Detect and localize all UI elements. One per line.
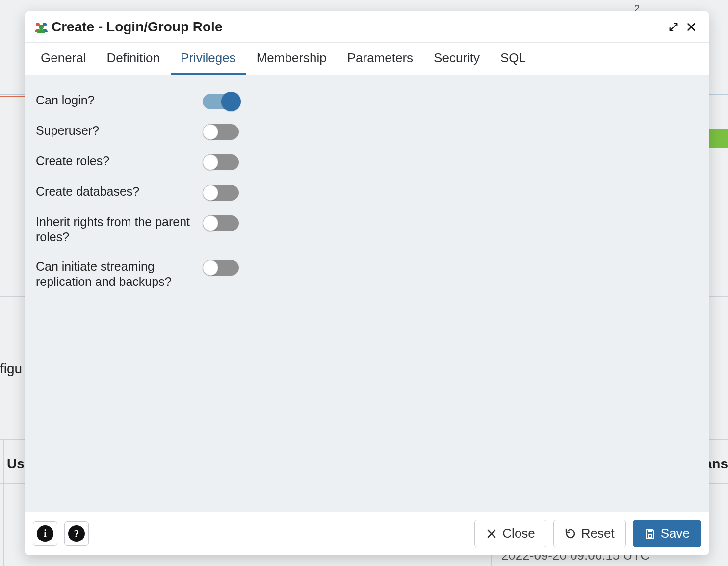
help-button[interactable]: ? [64, 521, 89, 546]
bg-col-users: Us [7, 456, 25, 472]
dialog-title-text: Create - Login/Group Role [52, 19, 222, 35]
privilege-row-create-roles: Create roles? [36, 147, 698, 177]
group-role-icon [34, 21, 49, 33]
privilege-row-superuser: Superuser? [36, 116, 698, 147]
close-x-icon [486, 528, 497, 540]
privilege-row-create-databases: Create databases? [36, 177, 698, 207]
privilege-row-inherit-rights: Inherit rights from the parent roles? [36, 207, 698, 252]
toggle-knob [221, 92, 241, 111]
save-icon [644, 528, 656, 540]
toggle-knob [203, 185, 218, 201]
tab-security[interactable]: Security [424, 43, 490, 75]
create-login-group-role-dialog: Create - Login/Group Role GeneralDefinit… [25, 11, 709, 555]
tab-definition[interactable]: Definition [97, 43, 170, 75]
privilege-row-streaming-replication: Can initiate streaming replication and b… [36, 252, 698, 297]
svg-point-2 [39, 25, 44, 29]
tab-label: SQL [500, 51, 526, 65]
info-icon: i [37, 525, 53, 542]
tab-label: Definition [107, 51, 160, 65]
close-dialog-button[interactable] [682, 18, 700, 36]
svg-rect-3 [648, 529, 652, 532]
privilege-row-can-login: Can login? [36, 86, 698, 116]
tab-parameters[interactable]: Parameters [338, 43, 423, 75]
expand-icon [668, 22, 679, 32]
tab-membership[interactable]: Membership [247, 43, 337, 75]
tab-privileges[interactable]: Privileges [171, 43, 246, 75]
save-button[interactable]: Save [633, 520, 701, 547]
info-button[interactable]: i [33, 521, 57, 546]
privilege-label: Create databases? [36, 184, 203, 199]
privilege-label: Can initiate streaming replication and b… [36, 259, 203, 290]
reset-button-label: Reset [581, 526, 615, 541]
toggle-knob [203, 215, 218, 231]
toggle-knob [203, 124, 218, 140]
dialog-footer: i ? Close Reset Save [25, 512, 709, 555]
dialog-title: Create - Login/Group Role [34, 19, 222, 35]
privilege-label: Create roles? [36, 154, 203, 169]
toggle-streaming-replication[interactable] [203, 260, 239, 276]
bg-config-text: figu [0, 361, 22, 377]
reset-button[interactable]: Reset [553, 520, 626, 547]
toggle-create-databases[interactable] [203, 185, 239, 201]
toggle-knob [203, 260, 218, 276]
dialog-header: Create - Login/Group Role [25, 11, 709, 43]
close-icon [686, 22, 697, 32]
toggle-superuser[interactable] [203, 124, 239, 140]
expand-dialog-button[interactable] [665, 18, 682, 36]
tab-label: Parameters [347, 51, 413, 65]
toggle-create-roles[interactable] [203, 154, 239, 170]
privilege-label: Superuser? [36, 123, 203, 138]
privileges-panel: Can login?Superuser?Create roles?Create … [25, 75, 709, 512]
toggle-knob [203, 154, 218, 170]
save-button-label: Save [661, 526, 690, 541]
tab-sql[interactable]: SQL [491, 43, 536, 75]
tab-label: Membership [257, 51, 327, 65]
tab-label: General [41, 51, 86, 65]
tab-general[interactable]: General [31, 43, 96, 75]
privilege-label: Inherit rights from the parent roles? [36, 214, 203, 245]
help-icon: ? [68, 525, 85, 542]
toggle-inherit-rights[interactable] [203, 215, 239, 231]
svg-rect-4 [648, 534, 652, 537]
close-button-label: Close [502, 526, 535, 541]
close-button[interactable]: Close [474, 520, 546, 547]
tab-label: Security [434, 51, 480, 65]
reset-icon [565, 528, 576, 540]
privilege-label: Can login? [36, 93, 203, 108]
toggle-can-login[interactable] [203, 94, 239, 109]
tab-label: Privileges [181, 51, 236, 65]
dialog-tabs: GeneralDefinitionPrivilegesMembershipPar… [25, 43, 709, 75]
